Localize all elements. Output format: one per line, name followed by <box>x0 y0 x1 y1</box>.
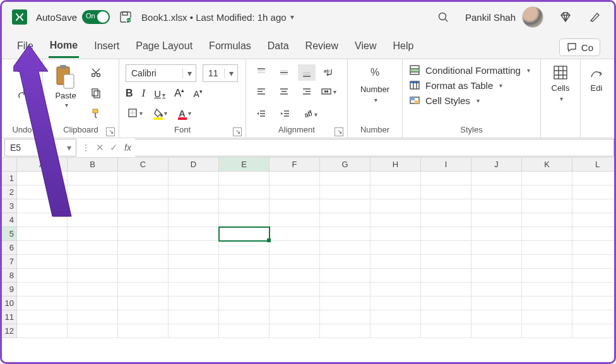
cell[interactable] <box>68 241 118 255</box>
cell[interactable] <box>270 185 320 199</box>
cell[interactable] <box>471 296 522 310</box>
cell[interactable] <box>370 310 421 324</box>
conditional-formatting-button[interactable]: Conditional Formatting▾ <box>409 64 530 76</box>
cell[interactable] <box>270 241 320 255</box>
cell[interactable] <box>522 269 572 283</box>
cell[interactable] <box>320 269 370 283</box>
cell[interactable] <box>522 199 572 213</box>
cell[interactable] <box>572 283 616 296</box>
cell[interactable] <box>17 185 68 199</box>
column-header[interactable]: E <box>219 158 270 172</box>
cell[interactable] <box>219 241 270 255</box>
cell[interactable] <box>219 172 270 185</box>
cell[interactable] <box>17 241 68 255</box>
tab-home[interactable]: Home <box>49 37 79 58</box>
cell[interactable] <box>270 255 320 269</box>
cell[interactable] <box>572 213 616 227</box>
cell[interactable] <box>219 213 270 227</box>
column-header[interactable]: G <box>320 158 370 172</box>
cell[interactable] <box>370 172 421 185</box>
tab-help[interactable]: Help <box>391 38 415 57</box>
row-header[interactable]: 3 <box>2 199 17 213</box>
cell[interactable] <box>68 199 118 213</box>
font-color-icon[interactable]: A ▾ <box>176 105 194 121</box>
row-header[interactable]: 5 <box>2 227 17 241</box>
row-header[interactable]: 4 <box>2 213 17 227</box>
tab-insert[interactable]: Insert <box>93 38 121 57</box>
paste-button[interactable]: Paste ▾ <box>49 64 82 109</box>
cell[interactable] <box>522 324 572 338</box>
search-icon[interactable] <box>436 10 450 24</box>
cell[interactable] <box>471 213 522 227</box>
cell[interactable] <box>118 241 169 255</box>
redo-button[interactable] <box>13 87 31 103</box>
cell[interactable] <box>118 269 169 283</box>
cell[interactable] <box>572 185 616 199</box>
enter-formula-icon[interactable]: ✓ <box>107 142 121 153</box>
cell[interactable] <box>270 227 320 241</box>
copy-icon[interactable] <box>87 85 105 101</box>
cell[interactable] <box>219 255 270 269</box>
row-header[interactable]: 7 <box>2 255 17 269</box>
cell[interactable] <box>421 310 471 324</box>
tab-view[interactable]: View <box>353 38 377 57</box>
cell[interactable] <box>370 213 421 227</box>
cell[interactable] <box>471 185 522 199</box>
cell[interactable] <box>68 185 118 199</box>
cell[interactable] <box>471 241 522 255</box>
cell[interactable] <box>421 227 471 241</box>
cell[interactable] <box>17 283 68 296</box>
column-header[interactable]: F <box>270 158 320 172</box>
wrap-text-icon[interactable]: ab <box>319 64 337 81</box>
cell[interactable] <box>421 213 471 227</box>
cell[interactable] <box>270 310 320 324</box>
cell[interactable] <box>118 296 169 310</box>
cell[interactable] <box>68 255 118 269</box>
cell[interactable] <box>421 324 471 338</box>
cell[interactable] <box>572 324 616 338</box>
cell[interactable] <box>219 269 270 283</box>
cell[interactable] <box>169 269 219 283</box>
cell[interactable] <box>522 283 572 296</box>
document-title[interactable]: Book1.xlsx • Last Modified: 1h ago ▾ <box>141 12 294 23</box>
cell[interactable] <box>118 310 169 324</box>
number-format-button[interactable]: % Number ▾ <box>360 64 389 103</box>
cell[interactable] <box>118 283 169 296</box>
column-header[interactable]: I <box>421 158 471 172</box>
fill-color-icon[interactable]: ▾ <box>151 105 169 121</box>
cell[interactable] <box>169 185 219 199</box>
cell[interactable] <box>17 227 68 241</box>
cell[interactable] <box>421 172 471 185</box>
font-size-combo[interactable]: 11 ▾ <box>203 64 238 82</box>
cell[interactable] <box>270 324 320 338</box>
autosave-control[interactable]: AutoSave On <box>36 10 110 24</box>
cell[interactable] <box>471 283 522 296</box>
clipboard-dialog-launcher[interactable]: ↘ <box>106 127 115 136</box>
cell[interactable] <box>572 310 616 324</box>
row-header[interactable]: 8 <box>2 269 17 283</box>
cell[interactable] <box>370 255 421 269</box>
cell[interactable] <box>370 296 421 310</box>
cell[interactable] <box>17 296 68 310</box>
cell[interactable] <box>370 269 421 283</box>
cell[interactable] <box>370 199 421 213</box>
cells-button[interactable]: Cells ▾ <box>552 64 570 102</box>
cell[interactable] <box>169 310 219 324</box>
tab-review[interactable]: Review <box>304 38 340 57</box>
comments-button[interactable]: Co <box>559 38 600 56</box>
row-header[interactable]: 1 <box>2 172 17 185</box>
cell[interactable] <box>522 255 572 269</box>
cell[interactable] <box>471 172 522 185</box>
align-center-icon[interactable] <box>275 83 293 100</box>
column-header[interactable]: H <box>370 158 421 172</box>
cell[interactable] <box>118 213 169 227</box>
cell[interactable] <box>68 283 118 296</box>
cell[interactable] <box>219 199 270 213</box>
cell[interactable] <box>118 324 169 338</box>
cell[interactable] <box>169 227 219 241</box>
merge-center-icon[interactable]: ▾ <box>319 83 337 100</box>
cut-icon[interactable] <box>87 64 105 81</box>
cell[interactable] <box>370 324 421 338</box>
fx-icon[interactable]: fx <box>121 143 135 153</box>
alignment-dialog-launcher[interactable]: ↘ <box>335 127 343 136</box>
